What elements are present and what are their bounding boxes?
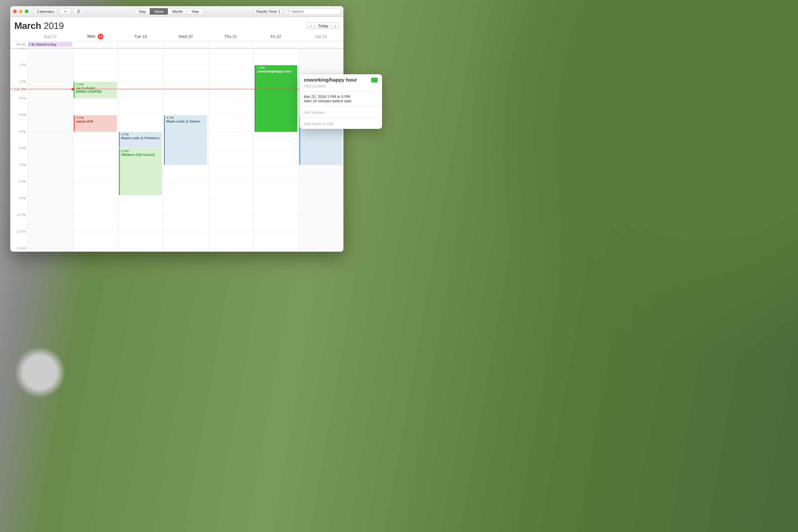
svg-point-0 [288, 10, 290, 12]
search-icon [287, 10, 290, 14]
invitees-field[interactable]: Add Invitees [304, 110, 378, 115]
event-coworking[interactable]: 1 PM coworking/happy hour [254, 65, 297, 132]
plus-icon: ＋ [63, 9, 67, 14]
day-header-tue: Tue 19 [118, 34, 163, 39]
event-city-council[interactable]: 6 PM Hillsboro City Council [119, 149, 162, 195]
day-header-fri: Fri 22 [253, 34, 298, 39]
search-input[interactable] [292, 10, 341, 14]
svg-line-1 [289, 12, 290, 13]
calendar-grid[interactable]: Noon 1 PM 2 PM 3 PM 4 PM 5 PM 6 PM 7 PM … [10, 49, 343, 252]
close-button[interactable] [13, 10, 17, 13]
day-header-sun: Sun 17 [28, 34, 73, 39]
chevron-left-icon: ‹ [310, 24, 311, 28]
event-stpatricks[interactable]: St. Patrick's Day [28, 42, 72, 47]
week-navigation: ‹ Today › [307, 22, 339, 29]
day-col-fri[interactable]: 1 PM coworking/happy hour [253, 49, 298, 252]
now-indicator: 2:25 PM [10, 89, 343, 89]
allday-label: all-day [10, 41, 28, 48]
day-col-tue[interactable]: 5 PM Maple Leafs @ Predators 6 PM Hillsb… [118, 49, 163, 252]
view-month[interactable]: Month [168, 8, 187, 15]
inbox-button[interactable] [73, 8, 84, 15]
calendars-button[interactable]: Calendars [34, 8, 57, 15]
window-controls [13, 10, 28, 13]
notes-field[interactable]: Add Notes or URL [304, 121, 378, 126]
event-predators[interactable]: 5 PM Maple Leafs @ Predators [119, 132, 162, 148]
view-switcher: Day Week Month Year [134, 8, 204, 15]
add-event-button[interactable]: ＋ [60, 8, 71, 15]
fullscreen-button[interactable] [25, 10, 28, 13]
month-year-title: March 2019 [14, 20, 64, 31]
event-sabres[interactable]: 4 PM Maple Leafs @ Sabres [164, 115, 207, 165]
location-field[interactable]: Add Location [304, 84, 378, 88]
timezone-label: Pacific Time [256, 10, 277, 14]
event-popover: coworking/happy hour ⌄ Add Location Mar … [300, 74, 382, 129]
popover-date[interactable]: Mar 22, 2019 1 PM to 5 PM [304, 94, 378, 99]
day-col-wed[interactable]: 4 PM Maple Leafs @ Sabres [163, 49, 208, 252]
timezone-picker[interactable]: Pacific Time ▴▾ [254, 8, 283, 15]
event-car-dealer[interactable]: 2 PM car to dealer BRING COUPON [74, 82, 117, 98]
day-col-mon[interactable]: 2 PM car to dealer BRING COUPON 4 PM sig… [73, 49, 118, 252]
day-headers: Sun 17 Mon 18 Tue 19 Wed 20 Thu 21 Fri 2… [10, 32, 343, 41]
chevron-down-icon: ⌄ [375, 79, 377, 81]
view-year[interactable]: Year [187, 8, 204, 15]
view-week[interactable]: Week [150, 8, 168, 15]
now-dot [72, 88, 74, 91]
download-icon [77, 9, 81, 14]
day-header-wed: Wed 20 [163, 34, 208, 39]
next-week-button[interactable]: › [331, 22, 339, 29]
today-button[interactable]: Today [315, 22, 331, 29]
calendar-window: Calendars ＋ Day Week Month Year Pacific … [10, 6, 343, 252]
event-signal-shift[interactable]: 4 PM signal shift [74, 115, 117, 132]
minimize-button[interactable] [19, 10, 22, 13]
popover-alert[interactable]: Alert 10 minutes before start [304, 99, 378, 103]
search-field[interactable] [285, 8, 341, 15]
stepper-icon: ▴▾ [279, 9, 280, 14]
calendar-color-picker[interactable]: ⌄ [371, 77, 378, 83]
allday-row: all-day St. Patrick's Day [10, 41, 343, 49]
day-col-thu[interactable] [208, 49, 253, 252]
chevron-right-icon: › [335, 24, 336, 28]
day-col-sun[interactable] [28, 49, 73, 252]
day-header-sat: Sat 23 [299, 34, 343, 39]
popover-title[interactable]: coworking/happy hour ⌄ [304, 77, 378, 83]
prev-week-button[interactable]: ‹ [307, 22, 315, 29]
view-day[interactable]: Day [134, 8, 150, 15]
day-header-mon: Mon 18 [73, 34, 118, 39]
day-header-thu: Thu 21 [208, 34, 253, 39]
calendar-header: March 2019 ‹ Today › [10, 17, 343, 32]
today-badge: 18 [98, 34, 103, 39]
time-gutter: Noon 1 PM 2 PM 3 PM 4 PM 5 PM 6 PM 7 PM … [10, 49, 28, 252]
titlebar: Calendars ＋ Day Week Month Year Pacific … [10, 6, 343, 17]
now-time-label: 2:25 PM [13, 88, 26, 91]
